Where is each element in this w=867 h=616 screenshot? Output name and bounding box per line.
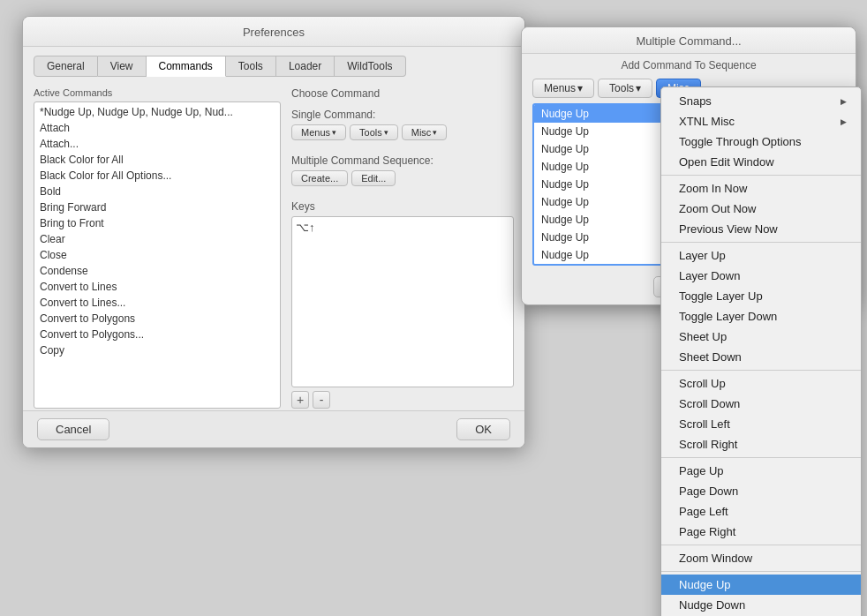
keys-label: Keys (291, 200, 514, 213)
command-list-item[interactable]: Black Color for All (34, 152, 280, 168)
mc-sequence-list[interactable]: Nudge UpNudge UpNudge UpNudge UpNudge Up… (532, 103, 674, 266)
menu-item[interactable]: Zoom In Now (661, 178, 861, 199)
active-commands-panel: Active Commands *Nudge Up, Nudge Up, Nud… (34, 87, 281, 409)
menu-item[interactable]: Scroll Left (661, 414, 861, 434)
command-list-item[interactable]: Convert to Polygons... (34, 327, 280, 342)
menu-item[interactable]: Nudge Down (661, 595, 861, 615)
create-button[interactable]: Create... (291, 170, 348, 186)
mc-sequence-item[interactable]: Nudge Up (534, 123, 672, 140)
preferences-footer: Cancel OK (23, 410, 524, 447)
menu-item[interactable]: Scroll Right (661, 434, 861, 454)
command-list-item[interactable]: *Nudge Up, Nudge Up, Nudge Up, Nud... (34, 104, 280, 120)
menu-item[interactable]: Toggle Layer Up (661, 286, 861, 306)
commands-list[interactable]: *Nudge Up, Nudge Up, Nudge Up, Nud...Att… (34, 101, 281, 409)
mc-subtitle: Add Command To Sequence (522, 54, 856, 75)
menu-item[interactable]: Snaps (661, 91, 861, 111)
tab-general[interactable]: General (34, 56, 98, 77)
multiple-command-buttons: Create... Edit... (291, 170, 514, 186)
menu-separator (661, 571, 861, 572)
command-list-item[interactable]: Copy (34, 342, 280, 358)
mc-sequence-item[interactable]: Nudge Up (534, 229, 672, 246)
tab-tools[interactable]: Tools (226, 56, 276, 77)
mc-tools-button[interactable]: Tools ▾ (598, 79, 652, 98)
multiple-command-section: Multiple Command Sequence: Create... Edi… (291, 154, 514, 192)
mc-sequence-item[interactable]: Nudge Up (534, 140, 672, 158)
command-list-item[interactable]: Black Color for All Options... (34, 168, 280, 184)
single-command-buttons: Menus ▾ Tools ▾ Misc ▾ (291, 124, 514, 140)
tools-button-single[interactable]: Tools ▾ (350, 124, 398, 140)
menu-item[interactable]: Zoom Out Now (661, 199, 861, 219)
mc-title: Multiple Command... (636, 34, 741, 48)
choose-command-label: Choose Command (291, 87, 514, 100)
command-list-item[interactable]: Convert to Lines (34, 279, 280, 295)
keys-area: Keys ⌥↑ + - (291, 200, 514, 409)
mc-sequence-item[interactable]: Nudge Up (534, 176, 672, 193)
mc-menus-button[interactable]: Menus ▾ (532, 79, 594, 98)
tab-loader[interactable]: Loader (276, 56, 335, 77)
right-panel: Choose Command Single Command: Menus ▾ T… (291, 87, 514, 409)
command-list-item[interactable]: Bring Forward (34, 199, 280, 215)
menu-item[interactable]: Page Down (661, 481, 861, 501)
command-list-item[interactable]: Close (34, 247, 280, 263)
preferences-titlebar: Preferences (23, 17, 524, 47)
menu-item[interactable]: Nudge Up (661, 575, 861, 595)
command-list-item[interactable]: Clear (34, 231, 280, 247)
menu-item[interactable]: Toggle Layer Down (661, 306, 861, 327)
remove-key-button[interactable]: - (313, 391, 330, 409)
menu-separator (661, 242, 861, 243)
menu-item[interactable]: Page Left (661, 501, 861, 522)
add-key-button[interactable]: + (291, 391, 309, 409)
active-commands-label: Active Commands (34, 87, 281, 98)
menu-separator (661, 457, 861, 458)
menu-separator (661, 175, 861, 176)
menu-item[interactable]: Page Right (661, 522, 861, 542)
mc-sequence-item[interactable]: Nudge Up (534, 158, 672, 176)
menu-item[interactable]: Page Up (661, 461, 861, 481)
multiple-command-label: Multiple Command Sequence: (291, 154, 514, 167)
single-command-section: Single Command: Menus ▾ Tools ▾ Misc ▾ (291, 109, 514, 146)
misc-button-single[interactable]: Misc ▾ (402, 124, 448, 140)
command-list-item[interactable]: Bring to Front (34, 215, 280, 231)
menu-item[interactable]: Sheet Up (661, 327, 861, 347)
menu-item[interactable]: Sheet Down (661, 347, 861, 367)
cancel-button[interactable]: Cancel (37, 418, 109, 440)
mc-titlebar: Multiple Command... (522, 27, 856, 54)
mc-sequence-item[interactable]: Nudge Up (534, 246, 672, 264)
preferences-body: Active Commands *Nudge Up, Nudge Up, Nud… (23, 77, 524, 419)
command-list-item[interactable]: Attach (34, 120, 280, 136)
add-remove-row: + - (291, 391, 514, 409)
command-list-item[interactable]: Convert to Polygons (34, 311, 280, 327)
command-list-item[interactable]: Convert to Lines... (34, 295, 280, 311)
preferences-window: Preferences General View Commands Tools … (22, 16, 525, 448)
menu-item[interactable]: Zoom Window (661, 548, 861, 568)
menu-separator (661, 370, 861, 371)
tab-commands[interactable]: Commands (147, 56, 226, 77)
command-list-item[interactable]: Condense (34, 263, 280, 279)
command-list-item[interactable]: Bold (34, 184, 280, 199)
menu-item[interactable]: XTNL Misc (661, 111, 861, 131)
menu-item[interactable]: Scroll Up (661, 373, 861, 394)
menu-item[interactable]: Layer Up (661, 245, 861, 266)
menu-item[interactable]: Previous View Now (661, 219, 861, 239)
menu-item[interactable]: Layer Down (661, 266, 861, 286)
edit-button[interactable]: Edit... (351, 170, 396, 186)
menu-item[interactable]: Toggle Through Options (661, 131, 861, 152)
keys-box[interactable]: ⌥↑ (291, 216, 514, 387)
preferences-title: Preferences (243, 26, 305, 39)
mc-sequence-item[interactable]: Nudge Up (534, 211, 672, 229)
command-list-item[interactable]: Attach... (34, 136, 280, 152)
menus-button-single[interactable]: Menus ▾ (291, 124, 346, 140)
menu-item[interactable]: Scroll Down (661, 394, 861, 414)
preferences-tabs: General View Commands Tools Loader WildT… (23, 47, 524, 77)
tab-wildtools[interactable]: WildTools (335, 56, 405, 77)
menu-separator (661, 545, 861, 545)
mc-sequence-item[interactable]: Nudge Up (534, 105, 672, 123)
menu-item[interactable]: Open Edit Window (661, 152, 861, 172)
mc-sequence-item[interactable]: Nudge Up (534, 193, 672, 211)
misc-dropdown-menu: SnapsXTNL MiscToggle Through OptionsOpen… (660, 86, 862, 616)
tab-view[interactable]: View (98, 56, 147, 77)
ok-button[interactable]: OK (456, 418, 510, 440)
single-command-label: Single Command: (291, 109, 514, 121)
